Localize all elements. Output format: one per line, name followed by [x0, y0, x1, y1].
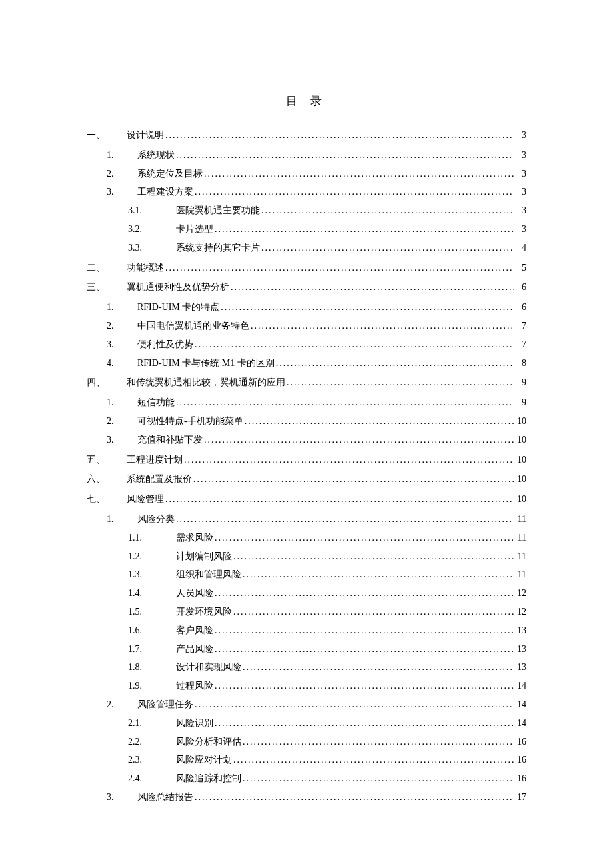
toc-leader-dots: ........................................… — [193, 789, 514, 805]
toc-entry: 四、和传统翼机通相比较，翼机通新的应用.....................… — [87, 375, 526, 391]
toc-entry: 1.6.客户风险................................… — [87, 623, 526, 639]
toc-entry: 一、设计说明..................................… — [87, 127, 526, 143]
toc-entry: 2.系统定位及目标...............................… — [87, 166, 526, 182]
toc-leader-dots: ........................................… — [213, 530, 514, 546]
toc-entry-label: 工程进度计划 — [127, 452, 183, 468]
toc-entry: 三、翼机通便利性及优势分析...........................… — [87, 279, 526, 295]
toc-entry-label: 人员风险 — [176, 585, 213, 601]
toc-leader-dots: ........................................… — [229, 279, 514, 295]
toc-leader-dots: ........................................… — [275, 355, 514, 371]
toc-entry-number: 二、 — [87, 260, 127, 276]
toc-entry-number: 2. — [107, 697, 137, 713]
toc-entry-label: 风险管理任务 — [137, 697, 193, 713]
toc-entry: 3.3.系统支持的其它卡片...........................… — [87, 240, 526, 256]
toc-entry-number: 1.2. — [128, 549, 176, 565]
toc-entry-page: 13 — [514, 659, 526, 675]
toc-entry-label: 系统支持的其它卡片 — [176, 240, 260, 256]
toc-entry-page: 12 — [514, 585, 526, 601]
toc-entry-page: 6 — [514, 299, 526, 315]
toc-entry-label: 风险应对计划 — [176, 752, 232, 768]
toc-entry-number: 五、 — [87, 452, 127, 468]
toc-entry-label: 充值和补贴下发 — [137, 432, 203, 448]
toc-entry: 1.2.计划编制风险..............................… — [87, 549, 526, 565]
toc-entry-label: 风险分析和评估 — [176, 734, 241, 750]
toc-entry-page: 5 — [514, 260, 526, 276]
toc-entry: 4.RFID-UIM 卡与传统 M1 卡的区别.................… — [87, 355, 526, 371]
toc-entry-number: 六、 — [87, 471, 127, 487]
toc-entry-label: 客户风险 — [176, 623, 213, 639]
toc-entry: 2.2.风险分析和评估.............................… — [87, 734, 526, 750]
toc-entry-page: 3 — [514, 147, 526, 163]
toc-entry-number: 1.4. — [128, 585, 176, 601]
toc-leader-dots: ........................................… — [241, 734, 514, 750]
toc-leader-dots: ........................................… — [285, 375, 514, 391]
toc-entry-number: 3. — [107, 789, 137, 805]
toc-entry-number: 1.3. — [128, 567, 176, 583]
toc-entry-number: 2. — [107, 413, 137, 429]
toc-entry-page: 11 — [514, 511, 526, 527]
toc-entry: 1.1.需求风险................................… — [87, 530, 526, 546]
toc-leader-dots: ........................................… — [260, 203, 514, 219]
toc-entry-number: 1.9. — [128, 678, 176, 694]
toc-entry-page: 16 — [514, 734, 526, 750]
toc-entry-page: 13 — [514, 623, 526, 639]
toc-entry: 六、系统配置及报价...............................… — [87, 471, 526, 487]
toc-entry-label: 系统配置及报价 — [127, 471, 192, 487]
toc-entry: 2.1.风险识别................................… — [87, 715, 526, 731]
toc-entry-number: 1.6. — [128, 623, 176, 639]
toc-entry-label: 风险分类 — [137, 511, 175, 527]
toc-entry: 1.风险分类..................................… — [87, 511, 526, 527]
toc-entry: 1.5.开发环境风险..............................… — [87, 604, 526, 620]
toc-leader-dots: ........................................… — [232, 604, 514, 620]
toc-leader-dots: ........................................… — [203, 166, 514, 182]
toc-entry-label: RFID-UIM 卡与传统 M1 卡的区别 — [137, 355, 275, 371]
toc-entry: 3.风险总结报告................................… — [87, 789, 526, 805]
toc-entry-number: 2. — [107, 318, 137, 334]
toc-leader-dots: ........................................… — [175, 147, 514, 163]
toc-entry: 3.充值和补贴下发...............................… — [87, 432, 526, 448]
toc-entry-number: 四、 — [87, 375, 127, 391]
toc-entry-number: 2.3. — [128, 752, 176, 768]
toc-entry: 1.RFID-UIM 卡的特点.........................… — [87, 299, 526, 315]
toc-entry-number: 1. — [107, 511, 137, 527]
toc-entry-label: 工程建设方案 — [137, 184, 193, 200]
toc-leader-dots: ........................................… — [232, 752, 514, 768]
toc-entry: 五、工程进度计划................................… — [87, 452, 526, 468]
toc-leader-dots: ........................................… — [249, 318, 514, 334]
toc-entry: 2.风险管理任务................................… — [87, 697, 526, 713]
toc-entry-page: 11 — [514, 567, 526, 583]
toc-entry-number: 2.1. — [128, 715, 176, 731]
toc-entry: 二、功能概述..................................… — [87, 260, 526, 276]
toc-entry: 1.9.过程风险................................… — [87, 678, 526, 694]
toc-entry-number: 3.2. — [128, 221, 176, 237]
toc-entry-number: 1.1. — [128, 530, 176, 546]
toc-entry-number: 三、 — [87, 279, 127, 295]
toc-entry-label: 风险总结报告 — [137, 789, 193, 805]
toc-entry-label: 设计说明 — [127, 127, 164, 143]
toc-entry-page: 6 — [514, 279, 526, 295]
toc-entry-page: 10 — [514, 432, 526, 448]
toc-entry-page: 3 — [514, 127, 526, 143]
toc-entry-page: 17 — [514, 789, 526, 805]
toc-entry-number: 七、 — [87, 491, 127, 507]
toc-entry-page: 9 — [514, 395, 526, 411]
toc-leader-dots: ........................................… — [243, 413, 514, 429]
toc-leader-dots: ........................................… — [241, 659, 514, 675]
toc-leader-dots: ........................................… — [213, 221, 514, 237]
toc-entry-page: 9 — [514, 375, 526, 391]
toc-entry: 3.便利性及优势................................… — [87, 337, 526, 353]
toc-leader-dots: ........................................… — [164, 260, 514, 276]
toc-entry-page: 13 — [514, 641, 526, 657]
toc-entry: 3.2.卡片选型................................… — [87, 221, 526, 237]
toc-entry-number: 1. — [107, 395, 137, 411]
toc-entry-page: 3 — [514, 203, 526, 219]
toc-leader-dots: ........................................… — [193, 184, 514, 200]
toc-entry-page: 10 — [514, 413, 526, 429]
toc-leader-dots: ........................................… — [219, 299, 514, 315]
toc-entry: 七、风险管理..................................… — [87, 491, 526, 507]
toc-entry: 2.4.风险追踪和控制.............................… — [87, 771, 526, 787]
toc-entry-number: 1.8. — [128, 659, 176, 675]
toc-entry-page: 10 — [514, 491, 526, 507]
toc-entry: 1.系统现状..................................… — [87, 147, 526, 163]
toc-entry-label: 设计和实现风险 — [176, 659, 241, 675]
